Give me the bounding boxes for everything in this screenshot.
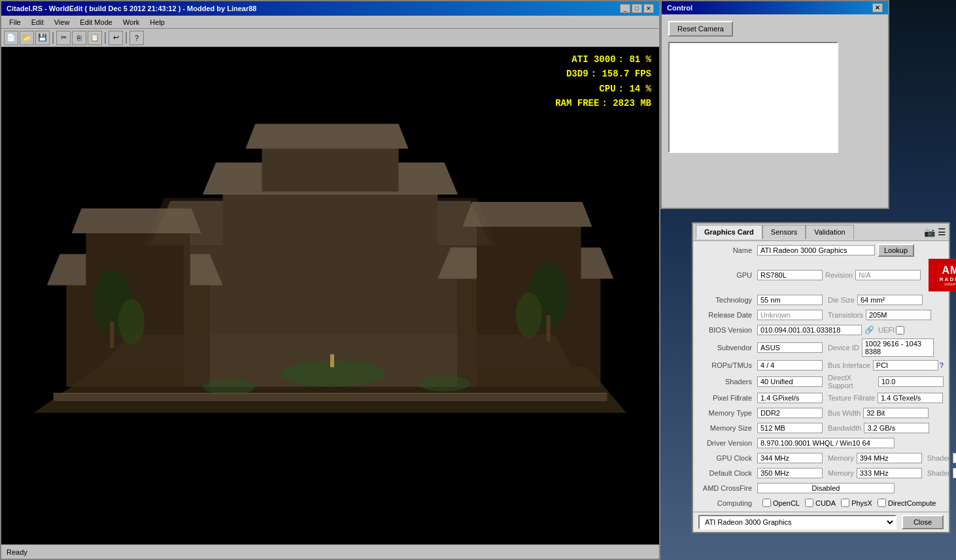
shader-value: N/A <box>953 453 956 463</box>
help-button[interactable]: ? <box>129 31 144 45</box>
die-size-label: Die Size <box>828 296 855 304</box>
svg-rect-7 <box>223 191 438 250</box>
bandwidth-value: 3.2 GB/s <box>864 423 929 433</box>
minimize-button[interactable]: _ <box>620 4 630 13</box>
toolbar-sep-2 <box>105 32 106 44</box>
physx-label: PhysX <box>851 499 872 507</box>
menu-file[interactable]: File <box>4 17 26 27</box>
gpu-value: RS780L <box>757 270 823 280</box>
gpu-clock-row: GPU Clock 344 MHz Memory 394 MHz Shader … <box>698 452 944 465</box>
physx-checkbox[interactable] <box>841 499 849 507</box>
pixel-fillrate-label: Pixel Fillrate <box>698 394 757 402</box>
temple-scene: ATI 3000 : 81 % D3D9 : 158.7 FPS CPU : 1… <box>1 47 659 544</box>
default-shader-value: N/A <box>953 468 956 478</box>
hud-d3d-line: D3D9 : 158.7 FPS <box>555 67 651 81</box>
lookup-button[interactable]: Lookup <box>878 244 914 257</box>
default-clock-label: Default Clock <box>698 469 757 477</box>
technology-row: Technology 55 nm Die Size 64 mm² <box>698 293 944 306</box>
pixel-fillrate-row: Pixel Fillrate 1.4 GPixel/s Texture Fill… <box>698 391 944 404</box>
memory-size-row: Memory Size 512 MB Bandwidth 3.2 GB/s <box>698 421 944 435</box>
default-clock-value: 350 MHz <box>757 468 823 478</box>
tab-graphics-card[interactable]: Graphics Card <box>696 225 762 239</box>
gpu-fields: RS780L Revision N/A AMD RADEON GRAPHICS <box>757 259 956 291</box>
transistors-label: Transistors <box>828 311 863 319</box>
save-button[interactable]: 💾 <box>35 31 50 45</box>
question-icon[interactable]: ? <box>940 361 944 369</box>
toolbar-sep-3 <box>126 32 127 44</box>
control-title: Control ✕ <box>662 1 888 14</box>
default-clock-row: Default Clock 350 MHz Memory 333 MHz Sha… <box>698 467 944 480</box>
paste-button[interactable]: 📋 <box>88 31 102 45</box>
shaders-label: Shaders <box>698 378 757 386</box>
memory-size-label: Memory Size <box>698 424 757 432</box>
rops-row: ROPs/TMUs 4 / 4 Bus Interface PCI ? <box>698 359 944 372</box>
driver-row: Driver Version 8.970.100.9001 WHQL / Win… <box>698 436 944 450</box>
scene-svg <box>1 47 659 544</box>
name-row: Name ATI Radeon 3000 Graphics Lookup <box>698 244 944 257</box>
svg-rect-10 <box>262 146 398 191</box>
hud-ram-line: RAM FREE : 2823 MB <box>555 96 651 110</box>
editor-canvas: ATI 3000 : 81 % D3D9 : 158.7 FPS CPU : 1… <box>1 47 659 544</box>
cut-button[interactable]: ✂ <box>56 31 71 45</box>
gpu-label: GPU <box>698 271 757 279</box>
bandwidth-label: Bandwidth <box>828 424 861 432</box>
memory-type-label: Memory Type <box>698 409 757 417</box>
opencl-checkbox[interactable] <box>762 499 771 507</box>
subvendor-value: ASUS <box>757 342 823 353</box>
open-button[interactable]: 📂 <box>20 31 34 45</box>
copy-button[interactable]: ⎘ <box>72 31 86 45</box>
tab-validation[interactable]: Validation <box>806 225 854 239</box>
default-memory-value: 333 MHz <box>857 468 922 478</box>
menu-work[interactable]: Work <box>118 17 145 27</box>
uefi-checkbox[interactable] <box>896 326 904 335</box>
svg-rect-34 <box>330 354 334 367</box>
svg-rect-28 <box>547 315 551 341</box>
gpu-select[interactable]: ATI Radeon 3000 Graphics <box>698 515 896 529</box>
release-date-row: Release Date Unknown Transistors 205M <box>698 308 944 321</box>
bios-value: 010.094.001.031.033818 <box>757 325 862 335</box>
menu-icon[interactable]: ☰ <box>938 227 946 237</box>
rops-label: ROPs/TMUs <box>698 361 757 369</box>
memory-clock-value: 394 MHz <box>857 453 922 463</box>
menu-view[interactable]: View <box>49 17 75 27</box>
menu-edit[interactable]: Edit <box>26 17 49 27</box>
hud-gpu-line: ATI 3000 : 81 % <box>555 52 651 67</box>
cuda-checkbox[interactable] <box>805 499 813 507</box>
directx-value: 10.0 <box>878 376 944 387</box>
gpuz-header: Graphics Card Sensors Validation 📷 ☰ <box>693 223 949 241</box>
undo-button[interactable]: ↩ <box>109 31 123 45</box>
memory-clock-label: Memory <box>828 454 854 462</box>
gpuz-close-button[interactable]: Close <box>902 515 944 529</box>
cuda-label: CUDA <box>815 499 836 507</box>
menu-help[interactable]: Help <box>145 17 170 27</box>
toolbar: 📄 📂 💾 ✂ ⎘ 📋 ↩ ? <box>1 29 659 47</box>
bus-width-label: Bus Width <box>828 409 861 417</box>
default-memory-label: Memory <box>828 469 854 477</box>
copy-icon[interactable]: 🔗 <box>864 325 874 335</box>
crossfire-value: Disabled <box>757 483 895 493</box>
driver-value: 8.970.100.9001 WHQL / Win10 64 <box>757 438 895 448</box>
die-size-value: 64 mm² <box>857 295 923 305</box>
camera-icon[interactable]: 📷 <box>924 227 935 237</box>
reset-camera-button[interactable]: Reset Camera <box>668 21 733 37</box>
name-value: ATI Radeon 3000 Graphics <box>757 245 875 255</box>
directcompute-checkbox[interactable] <box>878 499 886 507</box>
gpu-row: GPU RS780L Revision N/A AMD RADEON GRAPH… <box>698 259 944 291</box>
physx-item: PhysX <box>841 499 872 507</box>
release-date-label: Release Date <box>698 311 757 319</box>
maximize-button[interactable]: □ <box>632 4 642 13</box>
menu-edit-mode[interactable]: Edit Mode <box>75 17 118 27</box>
bus-interface-value: PCI <box>873 360 938 371</box>
new-button[interactable]: 📄 <box>4 31 18 45</box>
close-window-button[interactable]: ✕ <box>643 4 654 13</box>
technology-value: 55 nm <box>757 295 823 305</box>
hud-cpu-value: : 14 % <box>619 82 651 96</box>
computing-label: Computing <box>698 499 757 507</box>
control-close-button[interactable]: ✕ <box>872 3 883 12</box>
svg-point-30 <box>516 293 542 338</box>
control-panel: Control ✕ Reset Camera <box>660 0 889 209</box>
tab-sensors[interactable]: Sensors <box>762 225 806 239</box>
window-title: Citadel.RS - WorldEdit ( build Dec 5 201… <box>7 5 256 12</box>
memory-type-value: DDR2 <box>757 408 823 418</box>
bios-label: BIOS Version <box>698 326 757 334</box>
